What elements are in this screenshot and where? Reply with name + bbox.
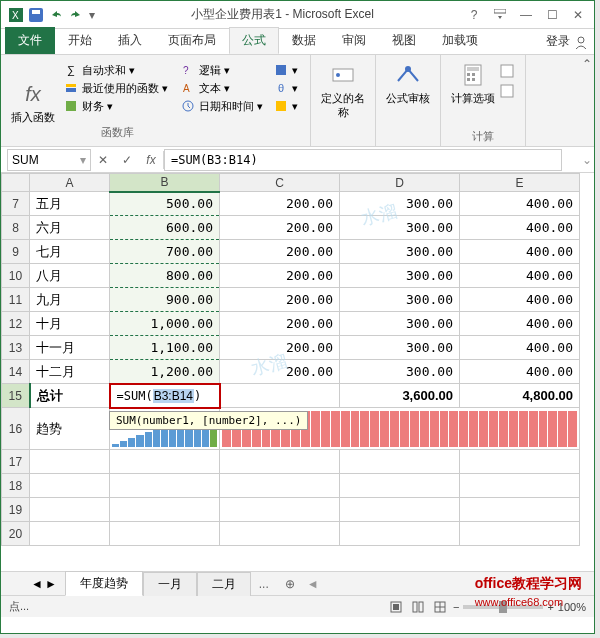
sheet-tab-jan[interactable]: 一月 [143, 572, 197, 596]
col-header-A[interactable]: A [30, 174, 110, 192]
cell-empty[interactable] [30, 522, 110, 546]
cell-value[interactable]: 400.00 [460, 360, 580, 384]
cell-value[interactable]: 200.00 [220, 336, 340, 360]
row-header[interactable]: 11 [2, 288, 30, 312]
minimize-icon[interactable]: — [514, 5, 538, 25]
cell-value[interactable]: 400.00 [460, 264, 580, 288]
row-header[interactable]: 17 [2, 450, 30, 474]
row-header[interactable]: 14 [2, 360, 30, 384]
cell-label[interactable]: 五月 [30, 192, 110, 216]
cell-value[interactable]: 300.00 [340, 264, 460, 288]
tab-review[interactable]: 审阅 [329, 27, 379, 54]
cell-value[interactable]: 3,600.00 [340, 384, 460, 408]
sheet-tab-new-icon[interactable]: ⊕ [277, 574, 303, 594]
tab-view[interactable]: 视图 [379, 27, 429, 54]
row-header[interactable]: 12 [2, 312, 30, 336]
cancel-formula-icon[interactable]: ✕ [91, 149, 115, 171]
cell-empty[interactable] [110, 450, 220, 474]
cell-empty[interactable] [460, 450, 580, 474]
select-all-button[interactable] [2, 174, 30, 192]
row-header[interactable]: 8 [2, 216, 30, 240]
cell-empty[interactable] [220, 450, 340, 474]
recent-functions-button[interactable]: 最近使用的函数 ▾ [63, 79, 168, 97]
tab-data[interactable]: 数据 [279, 27, 329, 54]
row-header[interactable]: 7 [2, 192, 30, 216]
tab-home[interactable]: 开始 [55, 27, 105, 54]
cell-empty[interactable] [30, 498, 110, 522]
cell-value[interactable]: 500.00 [110, 192, 220, 216]
cell-empty[interactable] [30, 474, 110, 498]
cell-empty[interactable] [30, 450, 110, 474]
cell-label[interactable]: 八月 [30, 264, 110, 288]
lookup-button[interactable]: ▾ [273, 61, 298, 79]
autosum-button[interactable]: ∑自动求和 ▾ [63, 61, 168, 79]
cell-value[interactable]: 1,100.00 [110, 336, 220, 360]
cell-value[interactable]: 600.00 [110, 216, 220, 240]
redo-icon[interactable] [67, 6, 85, 24]
sheet-nav-prev-icon[interactable]: ◄ [31, 577, 43, 591]
maximize-icon[interactable]: ☐ [540, 5, 564, 25]
cell-value[interactable]: 300.00 [340, 240, 460, 264]
col-header-C[interactable]: C [220, 174, 340, 192]
text-button[interactable]: A文本 ▾ [180, 79, 263, 97]
cell-empty[interactable] [460, 474, 580, 498]
cell-value[interactable]: 300.00 [340, 360, 460, 384]
cell-empty[interactable] [220, 474, 340, 498]
fx-icon[interactable]: fx [139, 149, 163, 171]
cell-active-formula[interactable]: =SUM(B3:B14) [110, 384, 220, 408]
cell-label[interactable]: 六月 [30, 216, 110, 240]
formula-auditing-button[interactable]: 公式审核 [384, 59, 432, 105]
row-header[interactable]: 10 [2, 264, 30, 288]
user-icon[interactable] [574, 35, 588, 49]
tab-addins[interactable]: 加载项 [429, 27, 491, 54]
save-icon[interactable] [27, 6, 45, 24]
row-header[interactable]: 20 [2, 522, 30, 546]
logical-button[interactable]: ?逻辑 ▾ [180, 61, 263, 79]
cell-value[interactable]: 300.00 [340, 312, 460, 336]
col-header-E[interactable]: E [460, 174, 580, 192]
cell-empty[interactable] [110, 498, 220, 522]
formula-input[interactable]: =SUM(B3:B14) [164, 149, 562, 171]
cell-empty[interactable] [460, 522, 580, 546]
cell-empty[interactable] [460, 498, 580, 522]
sheet-tab-annual[interactable]: 年度趋势 [65, 571, 143, 596]
cell-value[interactable]: 4,800.00 [460, 384, 580, 408]
cell-value[interactable]: 1,200.00 [110, 360, 220, 384]
cell-value[interactable]: 200.00 [220, 216, 340, 240]
cell-empty[interactable] [220, 498, 340, 522]
cell-label[interactable]: 七月 [30, 240, 110, 264]
cell-empty[interactable] [110, 522, 220, 546]
defined-names-button[interactable]: 定义的名称 [319, 59, 367, 120]
cell-value[interactable]: 400.00 [460, 240, 580, 264]
cell-empty[interactable] [340, 474, 460, 498]
row-header[interactable]: 13 [2, 336, 30, 360]
cell-value[interactable]: 200.00 [220, 288, 340, 312]
tab-layout[interactable]: 页面布局 [155, 27, 229, 54]
undo-icon[interactable] [47, 6, 65, 24]
cell-value[interactable]: 300.00 [340, 192, 460, 216]
sheet-tab-scroll-icon[interactable]: ◄ [307, 577, 319, 591]
cell-value[interactable]: 900.00 [110, 288, 220, 312]
cell-label[interactable]: 十月 [30, 312, 110, 336]
tab-insert[interactable]: 插入 [105, 27, 155, 54]
accept-formula-icon[interactable]: ✓ [115, 149, 139, 171]
ribbon-options-icon[interactable] [488, 5, 512, 25]
cell-trend-label[interactable]: 趋势 [30, 408, 110, 450]
sheet-tab-more[interactable]: ... [251, 574, 277, 594]
expand-formula-bar-icon[interactable]: ⌄ [580, 153, 594, 167]
normal-view-icon[interactable] [387, 598, 405, 616]
cell-value[interactable]: 300.00 [340, 216, 460, 240]
cell-value[interactable]: 400.00 [460, 216, 580, 240]
cell-value[interactable]: 300.00 [340, 288, 460, 312]
cell-value[interactable]: 700.00 [110, 240, 220, 264]
cell-value[interactable]: 1,000.00 [110, 312, 220, 336]
datetime-button[interactable]: 日期和时间 ▾ [180, 97, 263, 115]
cell-value[interactable]: 400.00 [460, 192, 580, 216]
collapse-ribbon-icon[interactable]: ⌃ [580, 55, 594, 146]
calc-now-icon[interactable] [499, 63, 515, 79]
cell-label[interactable]: 十二月 [30, 360, 110, 384]
cell-label[interactable]: 十一月 [30, 336, 110, 360]
row-header[interactable]: 9 [2, 240, 30, 264]
cell-value[interactable]: 200.00 [220, 264, 340, 288]
zoom-out-icon[interactable]: − [453, 601, 459, 613]
